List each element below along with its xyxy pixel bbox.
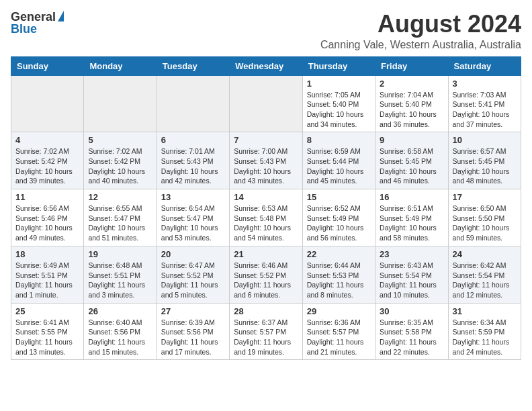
calendar-cell: 16Sunrise: 6:51 AMSunset: 5:49 PMDayligh… bbox=[375, 189, 448, 246]
day-info: Sunrise: 6:40 AMSunset: 5:56 PMDaylight:… bbox=[88, 318, 152, 357]
col-header-saturday: Saturday bbox=[448, 56, 521, 75]
calendar-cell: 9Sunrise: 6:58 AMSunset: 5:45 PMDaylight… bbox=[375, 132, 448, 189]
calendar-cell: 8Sunrise: 6:59 AMSunset: 5:44 PMDaylight… bbox=[302, 132, 375, 189]
day-number: 10 bbox=[453, 135, 517, 145]
day-info: Sunrise: 6:47 AMSunset: 5:52 PMDaylight:… bbox=[161, 261, 225, 300]
day-info: Sunrise: 6:49 AMSunset: 5:51 PMDaylight:… bbox=[15, 261, 79, 300]
day-info: Sunrise: 6:39 AMSunset: 5:56 PMDaylight:… bbox=[161, 318, 225, 357]
day-info: Sunrise: 6:56 AMSunset: 5:46 PMDaylight:… bbox=[15, 203, 79, 243]
calendar-cell: 23Sunrise: 6:43 AMSunset: 5:54 PMDayligh… bbox=[375, 246, 448, 303]
day-info: Sunrise: 7:03 AMSunset: 5:41 PMDaylight:… bbox=[453, 90, 517, 130]
day-info: Sunrise: 7:04 AMSunset: 5:40 PMDaylight:… bbox=[380, 90, 443, 130]
day-number: 24 bbox=[453, 249, 517, 259]
title-area: August 2024 Canning Vale, Western Austra… bbox=[320, 11, 521, 51]
calendar-cell bbox=[11, 75, 84, 132]
day-info: Sunrise: 6:46 AMSunset: 5:52 PMDaylight:… bbox=[234, 261, 298, 300]
day-info: Sunrise: 7:05 AMSunset: 5:40 PMDaylight:… bbox=[307, 90, 371, 130]
day-info: Sunrise: 6:52 AMSunset: 5:49 PMDaylight:… bbox=[307, 203, 371, 243]
calendar-title: August 2024 bbox=[320, 11, 521, 38]
day-info: Sunrise: 7:02 AMSunset: 5:42 PMDaylight:… bbox=[88, 146, 152, 186]
calendar-cell: 14Sunrise: 6:53 AMSunset: 5:48 PMDayligh… bbox=[230, 189, 302, 246]
page-header: General Blue August 2024 Canning Vale, W… bbox=[11, 11, 521, 51]
day-info: Sunrise: 6:50 AMSunset: 5:50 PMDaylight:… bbox=[453, 203, 517, 243]
day-info: Sunrise: 6:55 AMSunset: 5:47 PMDaylight:… bbox=[88, 203, 152, 243]
day-info: Sunrise: 6:44 AMSunset: 5:53 PMDaylight:… bbox=[307, 261, 371, 300]
calendar-subtitle: Canning Vale, Western Australia, Austral… bbox=[320, 39, 521, 51]
day-info: Sunrise: 6:54 AMSunset: 5:47 PMDaylight:… bbox=[161, 203, 225, 243]
day-number: 5 bbox=[88, 135, 152, 145]
col-header-sunday: Sunday bbox=[11, 56, 84, 75]
calendar-week-row: 4Sunrise: 7:02 AMSunset: 5:42 PMDaylight… bbox=[11, 132, 521, 189]
calendar-cell bbox=[157, 75, 229, 132]
day-info: Sunrise: 6:51 AMSunset: 5:49 PMDaylight:… bbox=[380, 203, 443, 243]
day-info: Sunrise: 6:58 AMSunset: 5:45 PMDaylight:… bbox=[380, 146, 443, 186]
day-info: Sunrise: 7:01 AMSunset: 5:43 PMDaylight:… bbox=[161, 146, 225, 186]
calendar-cell: 7Sunrise: 7:00 AMSunset: 5:43 PMDaylight… bbox=[230, 132, 302, 189]
day-info: Sunrise: 6:34 AMSunset: 5:59 PMDaylight:… bbox=[453, 318, 517, 357]
day-number: 15 bbox=[307, 192, 371, 202]
day-number: 4 bbox=[15, 135, 79, 145]
day-number: 8 bbox=[307, 135, 371, 145]
calendar-cell: 2Sunrise: 7:04 AMSunset: 5:40 PMDaylight… bbox=[375, 75, 448, 132]
day-number: 22 bbox=[307, 249, 371, 259]
day-info: Sunrise: 6:53 AMSunset: 5:48 PMDaylight:… bbox=[234, 203, 298, 243]
calendar-cell: 26Sunrise: 6:40 AMSunset: 5:56 PMDayligh… bbox=[84, 303, 157, 360]
day-info: Sunrise: 6:57 AMSunset: 5:45 PMDaylight:… bbox=[453, 146, 517, 186]
day-info: Sunrise: 6:37 AMSunset: 5:57 PMDaylight:… bbox=[234, 318, 298, 357]
calendar-cell: 27Sunrise: 6:39 AMSunset: 5:56 PMDayligh… bbox=[157, 303, 229, 360]
day-info: Sunrise: 6:43 AMSunset: 5:54 PMDaylight:… bbox=[380, 261, 443, 300]
col-header-thursday: Thursday bbox=[302, 56, 375, 75]
calendar-cell: 25Sunrise: 6:41 AMSunset: 5:55 PMDayligh… bbox=[11, 303, 84, 360]
calendar-header-row: SundayMondayTuesdayWednesdayThursdayFrid… bbox=[11, 56, 521, 75]
day-number: 20 bbox=[161, 249, 225, 259]
calendar-cell: 21Sunrise: 6:46 AMSunset: 5:52 PMDayligh… bbox=[230, 246, 302, 303]
logo: General Blue bbox=[11, 11, 64, 36]
calendar-cell: 13Sunrise: 6:54 AMSunset: 5:47 PMDayligh… bbox=[157, 189, 229, 246]
day-number: 31 bbox=[453, 306, 517, 316]
calendar-cell: 11Sunrise: 6:56 AMSunset: 5:46 PMDayligh… bbox=[11, 189, 84, 246]
day-info: Sunrise: 6:48 AMSunset: 5:51 PMDaylight:… bbox=[88, 261, 152, 300]
day-number: 29 bbox=[307, 306, 371, 316]
calendar-cell: 10Sunrise: 6:57 AMSunset: 5:45 PMDayligh… bbox=[448, 132, 521, 189]
calendar-cell: 5Sunrise: 7:02 AMSunset: 5:42 PMDaylight… bbox=[84, 132, 157, 189]
day-number: 16 bbox=[380, 192, 443, 202]
calendar-cell: 4Sunrise: 7:02 AMSunset: 5:42 PMDaylight… bbox=[11, 132, 84, 189]
day-number: 19 bbox=[88, 249, 152, 259]
logo-general: General bbox=[11, 11, 56, 23]
calendar-week-row: 11Sunrise: 6:56 AMSunset: 5:46 PMDayligh… bbox=[11, 189, 521, 246]
col-header-monday: Monday bbox=[84, 56, 157, 75]
calendar-cell: 28Sunrise: 6:37 AMSunset: 5:57 PMDayligh… bbox=[230, 303, 302, 360]
day-number: 6 bbox=[161, 135, 225, 145]
calendar-cell: 18Sunrise: 6:49 AMSunset: 5:51 PMDayligh… bbox=[11, 246, 84, 303]
logo-blue: Blue bbox=[11, 22, 37, 36]
calendar-cell: 17Sunrise: 6:50 AMSunset: 5:50 PMDayligh… bbox=[448, 189, 521, 246]
col-header-tuesday: Tuesday bbox=[157, 56, 229, 75]
calendar-cell: 15Sunrise: 6:52 AMSunset: 5:49 PMDayligh… bbox=[302, 189, 375, 246]
day-number: 25 bbox=[15, 306, 79, 316]
day-info: Sunrise: 7:00 AMSunset: 5:43 PMDaylight:… bbox=[234, 146, 298, 186]
calendar-week-row: 1Sunrise: 7:05 AMSunset: 5:40 PMDaylight… bbox=[11, 75, 521, 132]
logo-triangle-icon bbox=[58, 11, 64, 21]
calendar-cell: 6Sunrise: 7:01 AMSunset: 5:43 PMDaylight… bbox=[157, 132, 229, 189]
day-info: Sunrise: 6:59 AMSunset: 5:44 PMDaylight:… bbox=[307, 146, 371, 186]
day-number: 11 bbox=[15, 192, 79, 202]
day-number: 18 bbox=[15, 249, 79, 259]
day-number: 27 bbox=[161, 306, 225, 316]
calendar-cell: 12Sunrise: 6:55 AMSunset: 5:47 PMDayligh… bbox=[84, 189, 157, 246]
day-number: 26 bbox=[88, 306, 152, 316]
col-header-wednesday: Wednesday bbox=[230, 56, 302, 75]
calendar-table: SundayMondayTuesdayWednesdayThursdayFrid… bbox=[11, 56, 521, 361]
calendar-cell: 29Sunrise: 6:36 AMSunset: 5:57 PMDayligh… bbox=[302, 303, 375, 360]
calendar-cell: 22Sunrise: 6:44 AMSunset: 5:53 PMDayligh… bbox=[302, 246, 375, 303]
calendar-cell bbox=[84, 75, 157, 132]
day-number: 13 bbox=[161, 192, 225, 202]
day-number: 30 bbox=[380, 306, 443, 316]
day-number: 28 bbox=[234, 306, 298, 316]
day-info: Sunrise: 6:41 AMSunset: 5:55 PMDaylight:… bbox=[15, 318, 79, 357]
day-number: 3 bbox=[453, 79, 517, 89]
day-info: Sunrise: 6:36 AMSunset: 5:57 PMDaylight:… bbox=[307, 318, 371, 357]
day-number: 7 bbox=[234, 135, 298, 145]
day-info: Sunrise: 6:35 AMSunset: 5:58 PMDaylight:… bbox=[380, 318, 443, 357]
calendar-cell: 19Sunrise: 6:48 AMSunset: 5:51 PMDayligh… bbox=[84, 246, 157, 303]
day-number: 21 bbox=[234, 249, 298, 259]
